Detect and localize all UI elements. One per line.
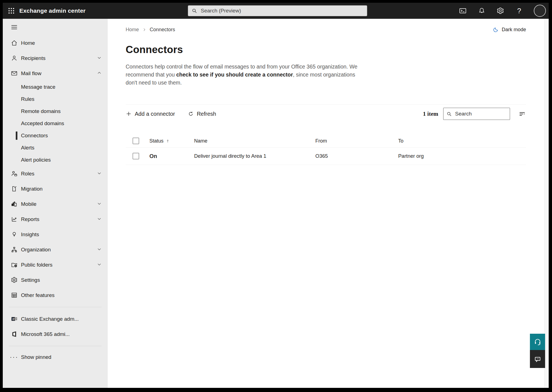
- sidebar-item-connectors[interactable]: Connectors: [3, 130, 108, 142]
- breadcrumb-current: Connectors: [150, 27, 175, 33]
- sidebar-item-alerts[interactable]: Alerts: [3, 142, 108, 154]
- search-icon: [191, 8, 197, 14]
- sidebar-item-accepted-domains[interactable]: Accepted domains: [3, 117, 108, 130]
- chevron-down-icon: [97, 55, 102, 61]
- svg-text:E: E: [12, 317, 14, 320]
- migration-document-icon: [10, 185, 18, 193]
- breadcrumb-chevron-icon: [142, 28, 146, 32]
- sidebar-item-home[interactable]: Home: [3, 35, 108, 51]
- sidebar-item-message-trace[interactable]: Message trace: [3, 81, 108, 93]
- chevron-down-icon: [97, 201, 102, 207]
- person-icon: [10, 55, 18, 62]
- sidebar-item-show-pinned[interactable]: ··· Show pinned: [3, 350, 108, 364]
- exchange-admin-center-screen: Exchange admin center: [0, 0, 552, 392]
- microsoft-365-logo-icon: [10, 331, 18, 338]
- table-grid-icon: [10, 292, 18, 299]
- sidebar-divider: [9, 346, 102, 346]
- page-description: Connectors help control the flow of emai…: [126, 63, 364, 87]
- page-title: Connectors: [126, 44, 526, 56]
- main-content: Home Connectors Dark mode Connectors Con…: [108, 19, 549, 388]
- headset-icon: [533, 338, 542, 346]
- list-toolbar: Add a connector Refresh 1 item: [126, 105, 526, 123]
- sidebar-item-migration[interactable]: Migration: [3, 181, 108, 196]
- chevron-down-icon: [97, 262, 102, 268]
- add-connector-button[interactable]: Add a connector: [126, 111, 175, 117]
- column-header-status[interactable]: Status: [149, 138, 194, 144]
- refresh-icon: [188, 111, 194, 117]
- envelope-icon: [10, 70, 18, 77]
- table-header-row: Status Name From To: [126, 135, 526, 147]
- chevron-up-icon: [97, 70, 102, 76]
- chat-bubble-icon: [533, 355, 542, 363]
- dark-mode-label: Dark mode: [502, 27, 526, 33]
- sidebar-item-organization[interactable]: Organization: [3, 242, 108, 257]
- org-chart-icon: [10, 246, 18, 253]
- list-search-input[interactable]: [455, 111, 507, 117]
- list-search-box[interactable]: [443, 108, 510, 120]
- sidebar-item-classic-exchange-admin[interactable]: E Classic Exchange adm...: [3, 311, 108, 327]
- row-to: Partner org: [398, 153, 526, 159]
- sidebar-divider: [9, 307, 102, 307]
- top-app-bar: Exchange admin center: [3, 3, 549, 19]
- breadcrumb-home-link[interactable]: Home: [126, 27, 139, 33]
- chevron-down-icon: [97, 171, 102, 177]
- reports-chart-icon: [10, 216, 18, 223]
- select-all-checkbox[interactable]: [133, 138, 139, 144]
- sidebar-item-microsoft-365-admin[interactable]: Microsoft 365 admi...: [3, 327, 108, 342]
- row-checkbox[interactable]: [133, 153, 139, 159]
- sidebar-item-reports[interactable]: Reports: [3, 212, 108, 227]
- mobile-devices-icon: [10, 201, 18, 208]
- settings-gear-icon[interactable]: [496, 7, 505, 15]
- dark-mode-toggle[interactable]: Dark mode: [493, 27, 526, 33]
- topbar-icons: ?: [459, 3, 546, 19]
- sidebar-item-public-folders[interactable]: Public folders: [3, 257, 108, 272]
- gear-icon: [10, 277, 18, 284]
- classic-exchange-logo-icon: E: [10, 315, 18, 323]
- global-search-input[interactable]: [200, 7, 364, 14]
- connectors-table: Status Name From To On Deliver journal d…: [126, 135, 526, 165]
- sidebar-item-insights[interactable]: Insights: [3, 227, 108, 242]
- sidebar-item-remote-domains[interactable]: Remote domains: [3, 105, 108, 117]
- app-launcher-icon[interactable]: [5, 3, 18, 19]
- account-avatar[interactable]: [534, 5, 546, 17]
- column-header-to[interactable]: To: [398, 138, 526, 144]
- home-icon: [10, 40, 18, 47]
- breadcrumb: Home Connectors: [126, 27, 175, 33]
- sidebar-item-recipients[interactable]: Recipients: [3, 51, 108, 66]
- notifications-bell-icon[interactable]: [477, 7, 486, 15]
- roles-person-badge-icon: [10, 170, 18, 177]
- row-name[interactable]: Deliver journal directly to Area 1: [194, 153, 315, 159]
- column-header-from[interactable]: From: [315, 138, 398, 144]
- sidebar-item-other-features[interactable]: Other features: [3, 288, 108, 303]
- moon-icon: [493, 27, 499, 33]
- sidebar-item-mobile[interactable]: Mobile: [3, 196, 108, 212]
- app-window: Exchange admin center: [3, 3, 549, 388]
- chevron-down-icon: [97, 216, 102, 222]
- public-folder-globe-icon: [10, 261, 18, 269]
- filter-icon[interactable]: [518, 110, 526, 118]
- support-headset-button[interactable]: [530, 334, 545, 350]
- sidebar-item-rules[interactable]: Rules: [3, 93, 108, 105]
- help-question-icon[interactable]: ?: [515, 7, 523, 15]
- sidebar-item-roles[interactable]: Roles: [3, 166, 108, 181]
- sidebar-item-settings[interactable]: Settings: [3, 272, 108, 288]
- ellipsis-icon: ···: [10, 354, 18, 361]
- left-navigation: Home Recipients Mai: [3, 19, 108, 388]
- refresh-button[interactable]: Refresh: [188, 111, 216, 117]
- app-title: Exchange admin center: [19, 7, 86, 14]
- sort-ascending-icon: [166, 139, 170, 143]
- feedback-chat-button[interactable]: [530, 350, 545, 368]
- column-header-name[interactable]: Name: [194, 138, 315, 144]
- collapse-nav-hamburger-icon[interactable]: [3, 19, 108, 35]
- row-status: On: [149, 153, 194, 159]
- table-row[interactable]: On Deliver journal directly to Area 1 O3…: [126, 147, 526, 165]
- sidebar-item-alert-policies[interactable]: Alert policies: [3, 154, 108, 166]
- scrollbar-track[interactable]: [544, 19, 549, 388]
- item-count: 1 item: [423, 111, 438, 117]
- description-link[interactable]: check to see if you should create a conn…: [176, 72, 293, 78]
- sidebar-item-mail-flow[interactable]: Mail flow: [3, 66, 108, 81]
- search-icon: [446, 111, 452, 117]
- row-from: O365: [315, 153, 398, 159]
- global-search-box[interactable]: [188, 5, 367, 16]
- cloud-shell-icon[interactable]: [459, 7, 467, 15]
